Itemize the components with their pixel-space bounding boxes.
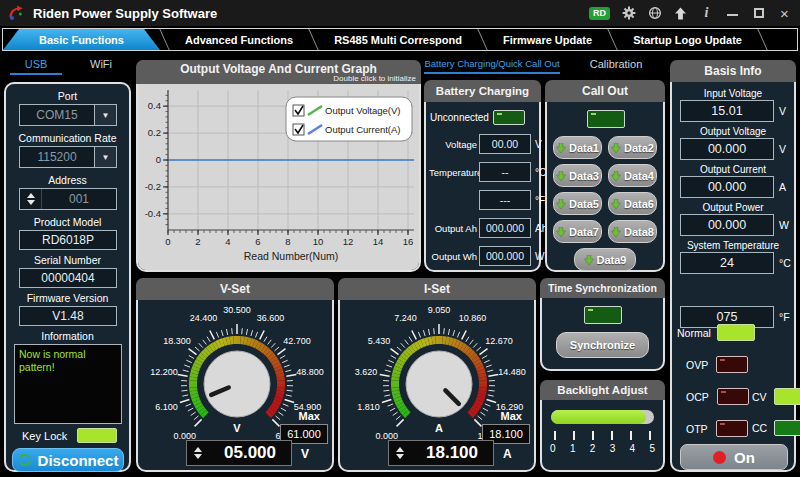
graph-plot-area[interactable]: 02468101214160.40.20-0.2-0.4Read Number(… [138,84,419,270]
backlight-tick [611,431,613,440]
basis-info-title: Basis Info [670,60,796,82]
tab-wifi[interactable]: WiFi [78,58,124,70]
disconnect-label: Disconnect [38,452,119,469]
cc-indicator [774,420,800,436]
keylock-label: Key Lock [22,430,67,442]
tab-calibration[interactable]: Calibration [572,58,660,70]
vset-stepper[interactable]: 05.000 [186,440,292,466]
ocp-status-row: OCP [686,388,749,405]
call-out-data4-button[interactable]: Data4 [608,164,657,187]
normal-status-row: Normal [677,324,755,341]
backlight-panel: Backlight Adjust 012345 [540,380,665,472]
backlight-title: Backlight Adjust [540,380,665,400]
svg-text:10: 10 [313,236,324,247]
call-out-data6-button[interactable]: Data6 [608,192,657,215]
otp-status-row: OTP [686,420,748,437]
firmware-label: Firmware Version [6,292,129,304]
serial-value: 00000404 [19,268,117,288]
language-globe-icon[interactable] [647,6,662,21]
call-out-indicator [587,110,625,128]
minimize-button[interactable] [725,6,740,21]
battery-status-indicator [493,110,525,125]
iset-stepper[interactable]: 18.100 [388,440,494,466]
battery-row-label: Output Ah [429,223,479,234]
backlight-slider[interactable] [551,410,654,424]
maximize-button[interactable] [751,6,766,21]
call-out-data1-button[interactable]: Data1 [553,136,602,159]
tab-rs485-multi-correspond[interactable]: RS485 Multi Correspond [318,29,478,50]
main-tabbar: Basic FunctionsAdvanced FunctionsRS485 M… [2,28,798,51]
tab-usb[interactable]: USB [10,58,62,75]
info-icon[interactable]: i [699,6,714,21]
power-on-button[interactable]: On [680,444,788,470]
graph-subtitle: Double click to initialize [333,74,416,83]
basis-field-value: 00.000 [680,138,774,160]
backlight-ticks [554,431,651,440]
address-label: Address [6,174,129,186]
backlight-number: 1 [570,443,576,454]
basis-field-label: Output Voltage [672,126,794,137]
gauge-tick-label: 48.800 [296,367,324,377]
battery-row-value: 000.000 [479,246,531,266]
vset-value: 05.000 [209,441,291,465]
tab-startup-logo-update[interactable]: Startup Logo Update [617,29,758,50]
call-out-buttons: Data1Data2Data3Data4Data5Data6Data7Data8… [553,136,657,271]
stepper-arrows-icon[interactable] [389,441,411,465]
address-stepper[interactable]: 001 [19,188,117,210]
tab-basic-functions[interactable]: Basic Functions [3,29,160,50]
battery-status-label: Unconnected [430,112,489,123]
update-upload-icon[interactable] [673,6,688,21]
information-box: Now is normal pattern! [14,344,122,424]
graph-header: Output Voltage And Current Graph Double … [136,60,421,84]
basis-field-unit: A [779,181,786,193]
rate-value: 115200 [20,147,94,167]
synchronize-button[interactable]: Synchronize [556,332,649,358]
basis-field-unit: °F [779,311,790,323]
svg-text:0: 0 [165,236,170,247]
rate-select[interactable]: 115200 ▼ [19,146,117,168]
rate-label: Communication Rate [6,132,129,144]
close-button[interactable]: × [777,6,792,21]
cc-label: CC [752,422,767,434]
settings-gear-icon[interactable] [621,6,636,21]
call-out-data7-button[interactable]: Data7 [553,220,602,243]
app-icon [8,5,24,21]
gauge-tick-label: 1.810 [357,402,380,412]
svg-text:16: 16 [403,236,414,247]
tab-firmware-update[interactable]: Firmware Update [487,29,608,50]
call-out-data5-button[interactable]: Data5 [553,192,602,215]
battery-row-label: Temperature [429,167,479,178]
basis-field-label: Output Power [672,202,794,213]
chart-xlabel: Read Number(Num) [244,250,339,262]
otp-label: OTP [686,423,708,435]
svg-text:2: 2 [195,236,200,247]
tab-advanced-functions[interactable]: Advanced Functions [169,29,309,50]
battery-row-value: 000.000 [479,218,531,238]
app-window: Riden Power Supply Software RD [0,0,800,477]
basis-field-unit: °C [779,257,791,269]
time-sync-title: Time Synchronization [540,278,665,298]
basis-field-value: 24 [680,252,774,274]
stepper-arrows-icon[interactable] [187,441,209,465]
iset-value: 18.100 [411,441,493,465]
gauge-tick-label: 18.300 [163,336,191,346]
port-select[interactable]: COM15 ▼ [19,104,117,126]
call-out-data2-button[interactable]: Data2 [608,136,657,159]
graph-panel: Output Voltage And Current Graph Double … [136,60,421,272]
gauge-tick-label: 7.240 [394,313,417,323]
call-out-data9-button[interactable]: Data9 [574,248,636,271]
chevron-down-icon[interactable]: ▼ [94,147,116,167]
disconnect-button[interactable]: Disconnect [12,448,124,472]
vset-max-label: Max [299,410,320,422]
svg-text:12: 12 [343,236,354,247]
backlight-tick [554,431,556,440]
chevron-down-icon[interactable]: ▼ [94,105,116,125]
svg-text:-0.2: -0.2 [145,181,161,192]
stepper-arrows-icon[interactable] [20,189,42,209]
information-label: Information [6,330,129,342]
call-out-data3-button[interactable]: Data3 [553,164,602,187]
basis-info-panel: Basis Info Input Voltage15.01VOutput Vol… [670,60,796,472]
call-out-data8-button[interactable]: Data8 [608,220,657,243]
tab-battery-quick-call-out[interactable]: Battery Charging/Quick Call Out [424,58,560,74]
address-value: 001 [42,189,116,209]
